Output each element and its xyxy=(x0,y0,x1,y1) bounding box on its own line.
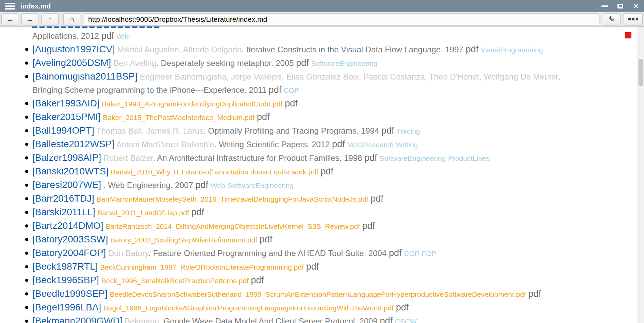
citation-key-link[interactable]: [Baker1993AID] xyxy=(32,98,100,108)
pdf-link[interactable]: pdf xyxy=(257,112,270,122)
entry-list: Applications. 2012 pdf Wiki[Auguston1997… xyxy=(21,29,630,323)
vertical-scrollbar[interactable] xyxy=(638,27,644,323)
tag-link[interactable]: Web xyxy=(211,182,225,189)
authors-text: Engineer Bainomugisha, Jorge Vallejos, E… xyxy=(140,72,558,81)
file-link[interactable]: Begel_1996_LogoBlocksAGraphicalProgrammi… xyxy=(103,304,394,312)
pdf-link[interactable]: pdf xyxy=(396,302,409,312)
pdf-link[interactable]: pdf xyxy=(370,193,383,204)
citation-key-link[interactable]: [Baresi2007WE] xyxy=(32,180,101,190)
citation-key-link[interactable]: [Begel1996LBA] xyxy=(32,302,101,312)
file-link[interactable]: Banski_2010_Why TEI stand-off annotation… xyxy=(111,168,318,176)
title-text: . xyxy=(558,72,560,81)
title-text: . Desperately seeking metaphor. 2005 xyxy=(156,58,294,68)
pdf-link[interactable]: pdf xyxy=(528,289,541,299)
citation-key-link[interactable]: [Batory2003SSW] xyxy=(32,234,108,244)
pdf-link[interactable]: pdf xyxy=(285,98,298,108)
bibliography-entry: [Balzer1998AIP] Robert Balzer. An Archit… xyxy=(21,151,630,165)
pdf-link[interactable]: pdf xyxy=(251,275,264,285)
url-input[interactable] xyxy=(84,13,599,26)
pdf-link[interactable]: pdf xyxy=(296,58,309,68)
up-button[interactable]: ↑ xyxy=(42,13,59,26)
file-link[interactable]: BartzRantzsch_2014_DiffingAndMergingObje… xyxy=(105,222,360,230)
tag-link[interactable]: Tracing xyxy=(396,127,420,135)
bibliography-entry: [Auguston1997ICV] Mikhail Auguston, Alfr… xyxy=(21,43,630,56)
file-link[interactable]: Beck_1996_SmalltalkBestPracticePatterns.… xyxy=(101,277,249,285)
pdf-link[interactable]: pdf xyxy=(269,85,282,95)
tag-link[interactable]: COP xyxy=(284,86,299,94)
tag-link[interactable]: SoftwareEngineering xyxy=(311,60,378,67)
scrollbar-thumb[interactable] xyxy=(639,59,643,86)
citation-key-link[interactable]: [Banski2010WTS] xyxy=(32,166,109,176)
pdf-link[interactable]: pdf xyxy=(389,248,402,258)
tag-link[interactable]: ProductLines xyxy=(448,154,490,162)
pdf-link[interactable]: pdf xyxy=(332,139,345,149)
tag-link[interactable]: FOP xyxy=(422,250,436,257)
citation-key-link[interactable]: [Bartz2014DMO] xyxy=(32,220,103,231)
menu-icon[interactable] xyxy=(5,3,15,10)
tag-link[interactable]: Writing xyxy=(396,141,418,149)
citation-key-link[interactable]: [Ball1994OPT] xyxy=(32,125,94,136)
home-button[interactable]: ⌂ xyxy=(63,13,80,26)
pdf-link[interactable]: pdf xyxy=(380,316,393,323)
pdf-link[interactable]: pdf xyxy=(306,261,319,272)
file-link[interactable]: Batory_2003_ScalingStepWiseRefinement.pd… xyxy=(110,236,257,244)
up-arrow-icon: ↑ xyxy=(48,15,52,24)
title-text: . Iterative Constructs in the Visual Dat… xyxy=(242,45,463,54)
bibliography-entry: [Beck1987RTL] BeckCunningham_1987_RoleOf… xyxy=(21,260,630,274)
bibliography-entry: [Baker1993AID] Baker_1993_AProgramForIde… xyxy=(21,97,630,111)
minimize-icon[interactable] xyxy=(601,5,608,7)
tag-link[interactable]: VisualProgramming xyxy=(481,46,543,54)
pdf-link[interactable]: pdf xyxy=(364,153,377,163)
edit-button[interactable]: ✎ xyxy=(603,13,621,26)
citation-key-link[interactable]: [Beck1987RTL] xyxy=(32,261,98,272)
bibliography-entry: [Aveling2005DSM] Ben Aveling. Desperatel… xyxy=(21,56,630,70)
citation-key-link[interactable]: [Auguston1997ICV] xyxy=(32,44,115,54)
citation-key-link[interactable]: [Barski2011LL] xyxy=(32,207,95,217)
maximize-icon[interactable] xyxy=(617,4,623,8)
tag-link[interactable]: COP xyxy=(404,250,419,257)
citation-key-link[interactable]: [Batory2004FOP] xyxy=(32,248,106,258)
citation-key-link[interactable]: [Balleste2012WSP] xyxy=(32,139,114,149)
file-link[interactable]: Barski_2011_LandOfLisp.pdf xyxy=(97,209,189,217)
navigation-toolbar: ← → ↑ ⌂ ✎ xyxy=(0,12,644,27)
citation-key-link[interactable]: [Aveling2005DSM] xyxy=(32,57,111,68)
tag-link[interactable]: MetaResearch xyxy=(347,141,394,149)
citation-key-link[interactable]: [Barr2016TDJ] xyxy=(32,193,94,204)
back-arrow-icon: ← xyxy=(6,15,14,24)
bibliography-entry: [Beedle1999SEP] BeedleDevosSharonSchwabe… xyxy=(21,287,630,301)
back-button[interactable]: ← xyxy=(1,13,18,26)
more-options-button[interactable] xyxy=(624,13,643,26)
pdf-link[interactable]: pdf xyxy=(466,44,479,54)
citation-key-link[interactable]: [Beedle1999SEP] xyxy=(32,288,108,299)
authors-text: Ben Aveling xyxy=(113,58,156,68)
pdf-link[interactable]: pdf xyxy=(191,207,204,217)
pdf-link[interactable]: pdf xyxy=(362,221,375,231)
forward-arrow-icon: → xyxy=(26,15,34,24)
tag-link[interactable]: SoftwareEngineering xyxy=(379,154,446,162)
file-link[interactable]: Baker_2015_ThePostMacInterface_Medium.pd… xyxy=(103,114,254,121)
bibliography-entry: [Beck1996SBP] Beck_1996_SmalltalkBestPra… xyxy=(21,274,630,287)
file-link[interactable]: BeckCunningham_1987_RoleOfToolsInLiterat… xyxy=(100,263,304,271)
file-link[interactable]: Baker_1993_AProgramForIdentifyingDuplica… xyxy=(102,100,282,108)
pdf-link[interactable]: pdf xyxy=(381,125,394,136)
ellipsis-icon xyxy=(628,18,631,20)
tag-link[interactable]: Wiki xyxy=(116,32,130,40)
citation-key-link[interactable]: [Bainomugisha2011BSP] xyxy=(32,71,137,82)
entry-continuation-line: Applications. 2012 pdf Wiki xyxy=(21,29,630,43)
citation-key-link[interactable]: [Bekmann2009GWD] xyxy=(32,316,122,323)
citation-key-link[interactable]: [Beck1996SBP] xyxy=(32,275,99,285)
pdf-link[interactable]: pdf xyxy=(101,31,114,41)
citation-key-link[interactable]: [Balzer1998AIP] xyxy=(32,152,101,163)
bibliography-entry: [Bartz2014DMO] BartzRantzsch_2014_Diffin… xyxy=(21,219,630,233)
file-link[interactable]: BeedleDevosSharonSchwaberSutherland_1999… xyxy=(110,290,526,298)
file-link[interactable]: BarrMarronMaurerMoseleySeth_2016_Timetra… xyxy=(97,195,368,203)
pdf-link[interactable]: pdf xyxy=(320,166,333,176)
citation-key-link[interactable]: [Baker2015PMI] xyxy=(32,112,101,122)
close-icon[interactable]: ✕ xyxy=(633,2,639,10)
tag-link[interactable]: SoftwareEngineering xyxy=(227,182,294,189)
forward-button[interactable]: → xyxy=(21,13,38,26)
tag-link[interactable]: CSCW xyxy=(395,318,417,323)
window-title: index.md xyxy=(20,2,51,10)
pdf-link[interactable]: pdf xyxy=(195,180,208,190)
pdf-link[interactable]: pdf xyxy=(260,234,273,244)
